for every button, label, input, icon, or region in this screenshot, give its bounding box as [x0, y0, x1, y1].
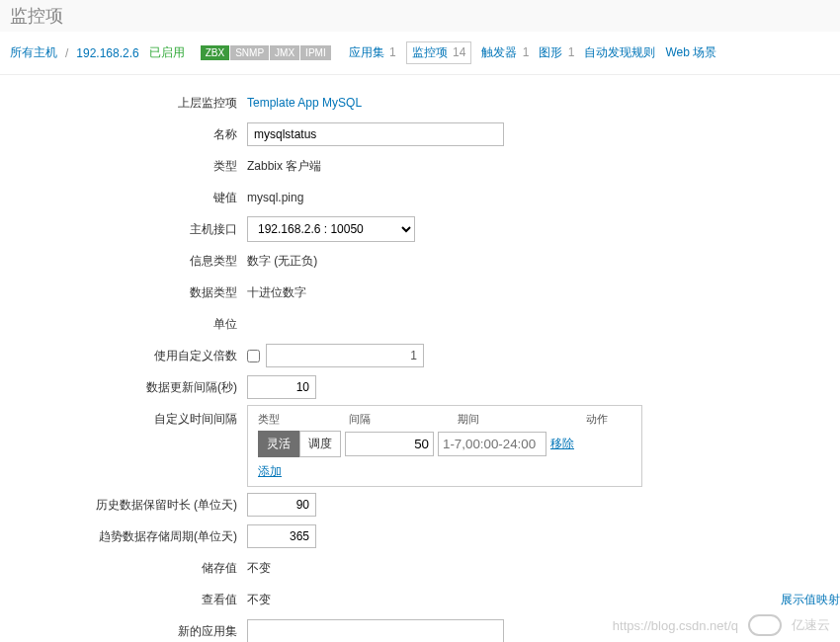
breadcrumb-sep: / [65, 46, 68, 60]
showvalue-label: 查看值 [0, 592, 247, 608]
infotype-label: 信息类型 [0, 253, 247, 270]
page-title: 监控项 [0, 0, 840, 32]
history-label: 历史数据保留时长 (单位天) [0, 497, 247, 514]
interval-input[interactable] [247, 375, 316, 399]
units-label: 单位 [0, 316, 247, 333]
datatype-label: 数据类型 [0, 284, 247, 301]
col-interval: 间隔 [349, 412, 458, 427]
history-input[interactable] [247, 493, 316, 517]
tab-graphs[interactable]: 图形 1 [539, 44, 574, 61]
parent-template-link[interactable]: Template App MySQL [247, 96, 362, 110]
multiplier-label: 使用自定义倍数 [0, 348, 247, 364]
type-value: Zabbix 客户端 [247, 154, 321, 179]
multiplier-input [266, 344, 424, 367]
infotype-value: 数字 (无正负) [247, 249, 317, 274]
host-ip-link[interactable]: 192.168.2.6 [76, 46, 138, 60]
ipmi-badge: IPMI [300, 45, 331, 60]
custom-interval-label: 自定义时间间隔 [0, 405, 247, 428]
trends-input[interactable] [247, 524, 316, 548]
tab-triggers[interactable]: 触发器 1 [481, 44, 529, 61]
showvalue-value: 不变 [247, 588, 271, 612]
datatype-value: 十进位数字 [247, 281, 306, 305]
jmx-badge: JMX [270, 45, 299, 60]
interval-value-input[interactable] [345, 432, 434, 456]
item-form: 上层监控项 Template App MySQL 名称 类型 Zabbix 客户… [0, 75, 840, 642]
name-label: 名称 [0, 126, 247, 143]
add-interval-link[interactable]: 添加 [258, 464, 282, 478]
newapp-input[interactable] [247, 619, 504, 642]
parent-label: 上层监控项 [0, 95, 247, 112]
type-label: 类型 [0, 158, 247, 175]
seg-flexible[interactable]: 灵活 [258, 431, 299, 457]
col-type: 类型 [258, 412, 349, 427]
custom-interval-box: 类型 间隔 期间 动作 灵活 调度 移除 添加 [247, 405, 642, 487]
key-value: mysql.ping [247, 187, 303, 208]
watermark-url: https://blog.csdn.net/q [613, 618, 738, 633]
remove-interval-link[interactable]: 移除 [550, 436, 574, 452]
multiplier-checkbox[interactable] [247, 350, 260, 362]
protocol-badges: ZBX SNMP JMX IPMI [201, 45, 331, 60]
cloud-icon [748, 614, 782, 636]
interface-label: 主机接口 [0, 221, 247, 238]
interval-period-input[interactable] [438, 432, 546, 456]
interval-label: 数据更新间隔(秒) [0, 379, 247, 396]
zbx-badge: ZBX [201, 45, 229, 60]
tab-apps[interactable]: 应用集 1 [349, 44, 396, 61]
seg-scheduling[interactable]: 调度 [299, 431, 341, 457]
tab-web[interactable]: Web 场景 [665, 44, 716, 61]
all-hosts-link[interactable]: 所有主机 [10, 44, 57, 61]
watermark-brand: 亿速云 [792, 616, 830, 634]
store-label: 储存值 [0, 560, 247, 577]
interval-type-segment: 灵活 调度 [258, 431, 341, 457]
value-mapping-link[interactable]: 展示值映射 [781, 592, 840, 608]
breadcrumb: 所有主机 / 192.168.2.6 已启用 ZBX SNMP JMX IPMI… [0, 32, 840, 75]
name-input[interactable] [247, 122, 504, 146]
interface-select[interactable]: 192.168.2.6 : 10050 [247, 216, 415, 242]
key-label: 键值 [0, 190, 247, 206]
snmp-badge: SNMP [230, 45, 269, 60]
watermark: https://blog.csdn.net/q 亿速云 [613, 614, 830, 636]
tab-discovery[interactable]: 自动发现规则 [584, 44, 655, 61]
trends-label: 趋势数据存储周期(单位天) [0, 528, 247, 545]
newapp-label: 新的应用集 [0, 623, 247, 640]
status-enabled: 已启用 [149, 44, 185, 61]
store-value: 不变 [247, 556, 271, 581]
tab-items[interactable]: 监控项 14 [406, 41, 472, 64]
col-period: 期间 [458, 412, 586, 427]
col-action: 动作 [586, 412, 608, 427]
nav-tabs: 应用集 1 监控项 14 触发器 1 图形 1 自动发现规则 Web 场景 [349, 41, 717, 64]
